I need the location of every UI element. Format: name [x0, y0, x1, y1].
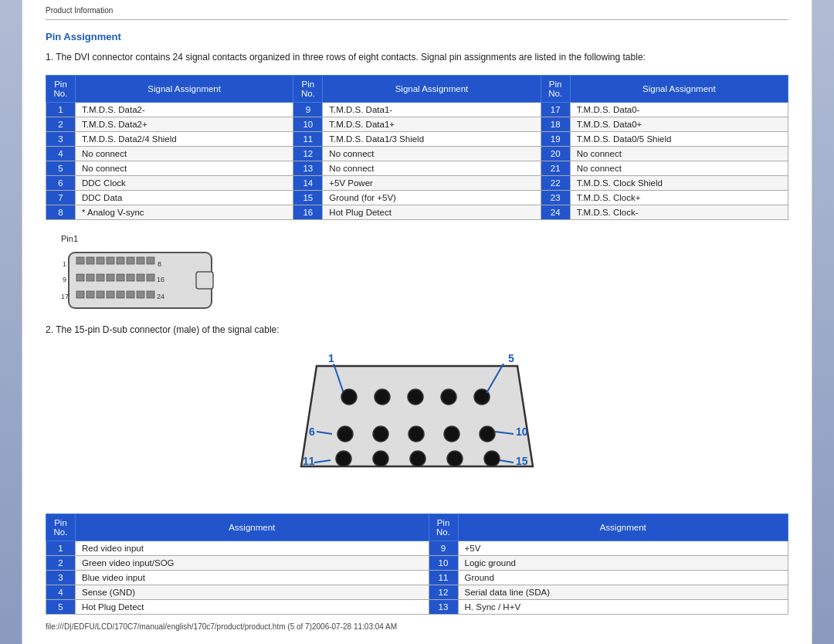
svg-rect-20	[147, 274, 154, 281]
intro-text: 1. The DVI connector contains 24 signal …	[46, 50, 788, 64]
vga-col1-pin-header: PinNo.	[46, 514, 76, 541]
dvi-pin2-cell: 14	[293, 176, 323, 191]
dvi-pin1-cell: 4	[46, 147, 76, 161]
dvi-signal1-cell: DDC Clock	[76, 176, 293, 191]
svg-rect-28	[127, 291, 134, 298]
dvi-table-row: 3 T.M.D.S. Data2/4 Shield 11 T.M.D.S. Da…	[46, 132, 788, 147]
svg-point-35	[375, 389, 390, 405]
dvi-signal2-cell: Hot Plug Detect	[323, 205, 541, 220]
svg-text:6: 6	[309, 425, 315, 438]
vga-assign1-cell: Sense (GND)	[76, 585, 429, 600]
svg-text:24: 24	[157, 293, 164, 300]
svg-text:1: 1	[328, 352, 334, 364]
dvi-pin3-cell: 20	[541, 147, 570, 161]
dvi-signal1-cell: No connect	[76, 161, 293, 176]
dvi-connector-svg: 1 8 9 16	[61, 245, 231, 314]
vga-assign1-cell: Red video input	[76, 541, 429, 556]
dvi-signal3-cell: T.M.D.S. Clock Shield	[570, 176, 788, 191]
svg-rect-14	[86, 274, 94, 281]
vga-pin2-cell: 13	[429, 600, 458, 615]
dvi-pin3-cell: 19	[541, 132, 570, 147]
dvi-signal2-cell: No connect	[323, 161, 541, 176]
section2-text: 2. The 15-pin D-sub connector (male) of …	[46, 324, 788, 335]
dvi-pin1-cell: 8	[46, 205, 76, 220]
svg-rect-26	[107, 291, 114, 298]
dvi-col1-pin-header: PinNo.	[46, 76, 76, 103]
dvi-signal2-cell: No connect	[323, 147, 541, 161]
vga-pin1-cell: 2	[46, 556, 76, 571]
vga-table-row: 1 Red video input 9 +5V	[46, 541, 788, 556]
dvi-pin1-cell: 1	[46, 103, 76, 117]
svg-point-36	[408, 389, 423, 405]
vga-col2-assign-header: Assignment	[458, 514, 788, 541]
dvi-signal3-cell: No connect	[570, 147, 788, 161]
dvi-table-row: 1 T.M.D.S. Data2- 9 T.M.D.S. Data1- 17 T…	[46, 103, 788, 117]
svg-rect-1	[196, 272, 213, 289]
svg-text:15: 15	[516, 455, 528, 467]
dvi-pin2-cell: 15	[293, 191, 323, 205]
svg-point-54	[410, 451, 425, 466]
vga-table-row: 3 Blue video input 11 Ground	[46, 571, 788, 585]
dvi-signal-table: PinNo. Signal Assignment PinNo. Signal A…	[46, 75, 788, 220]
vga-assign2-cell: H. Sync / H+V	[458, 600, 788, 615]
svg-rect-23	[76, 291, 84, 298]
main-content: Product Information Pin Assignment 1. Th…	[22, 0, 812, 644]
svg-point-46	[444, 426, 459, 442]
dvi-table-row: 5 No connect 13 No connect 21 No connect	[46, 161, 788, 176]
vga-pin2-cell: 9	[429, 541, 458, 556]
svg-rect-19	[137, 274, 144, 281]
svg-rect-6	[107, 257, 114, 264]
dvi-col3-signal-header: Signal Assignment	[570, 76, 788, 103]
dvi-signal2-cell: T.M.D.S. Data1+	[323, 117, 541, 132]
vga-pin1-cell: 1	[46, 541, 76, 556]
svg-rect-4	[86, 257, 94, 264]
dvi-pin3-cell: 24	[541, 205, 570, 220]
vga-col2-pin-header: PinNo.	[429, 514, 458, 541]
vga-assign1-cell: Green video input/SOG	[76, 556, 429, 571]
dvi-table-row: 8 * Analog V-sync 16 Hot Plug Detect 24 …	[46, 205, 788, 220]
vga-table-row: 4 Sense (GND) 12 Serial data line (SDA)	[46, 585, 788, 600]
svg-point-52	[336, 451, 351, 466]
dvi-pin2-cell: 10	[293, 117, 323, 132]
dvi-signal3-cell: T.M.D.S. Data0/5 Shield	[570, 132, 788, 147]
dvi-signal1-cell: T.M.D.S. Data2+	[76, 117, 293, 132]
svg-point-56	[484, 451, 500, 466]
dvi-pin2-cell: 12	[293, 147, 323, 161]
svg-rect-15	[97, 274, 104, 281]
svg-point-47	[480, 426, 495, 442]
vga-pin-table: PinNo. Assignment PinNo. Assignment 1 Re…	[46, 514, 788, 615]
dvi-signal3-cell: T.M.D.S. Data0-	[570, 103, 788, 117]
page-title: Pin Assignment	[46, 31, 788, 42]
dvi-pin2-cell: 16	[293, 205, 323, 220]
dvi-col2-signal-header: Signal Assignment	[323, 76, 541, 103]
dvi-table-row: 2 T.M.D.S. Data2+ 10 T.M.D.S. Data1+ 18 …	[46, 117, 788, 132]
dvi-table-row: 4 No connect 12 No connect 20 No connect	[46, 147, 788, 161]
vga-pin2-cell: 12	[429, 585, 458, 600]
dvi-connector-diagram: Pin1 1 8 9	[61, 234, 788, 317]
dvi-signal2-cell: T.M.D.S. Data1-	[323, 103, 541, 117]
svg-rect-18	[127, 274, 134, 281]
svg-rect-24	[86, 291, 94, 298]
vga-col1-assign-header: Assignment	[76, 514, 429, 541]
dvi-col3-pin-header: PinNo.	[541, 76, 570, 103]
svg-rect-5	[97, 257, 104, 264]
svg-point-37	[441, 389, 456, 405]
svg-rect-25	[97, 291, 104, 298]
vga-assign2-cell: Ground	[458, 571, 788, 585]
svg-rect-30	[147, 291, 154, 298]
vga-assign2-cell: +5V	[458, 541, 788, 556]
svg-text:1: 1	[63, 260, 66, 268]
vga-assign2-cell: Logic ground	[458, 556, 788, 571]
svg-point-53	[373, 451, 388, 466]
svg-text:8: 8	[158, 260, 161, 268]
dvi-signal1-cell: No connect	[76, 147, 293, 161]
svg-text:17: 17	[61, 293, 69, 300]
svg-text:11: 11	[303, 455, 315, 467]
dvi-signal2-cell: +5V Power	[323, 176, 541, 191]
dvi-signal1-cell: * Analog V-sync	[76, 205, 293, 220]
svg-point-45	[409, 426, 424, 442]
vga-connector-svg: 1 5 6	[270, 343, 564, 497]
svg-rect-29	[137, 291, 144, 298]
dvi-pin1-cell: 3	[46, 132, 76, 147]
dvi-pin1-cell: 6	[46, 176, 76, 191]
